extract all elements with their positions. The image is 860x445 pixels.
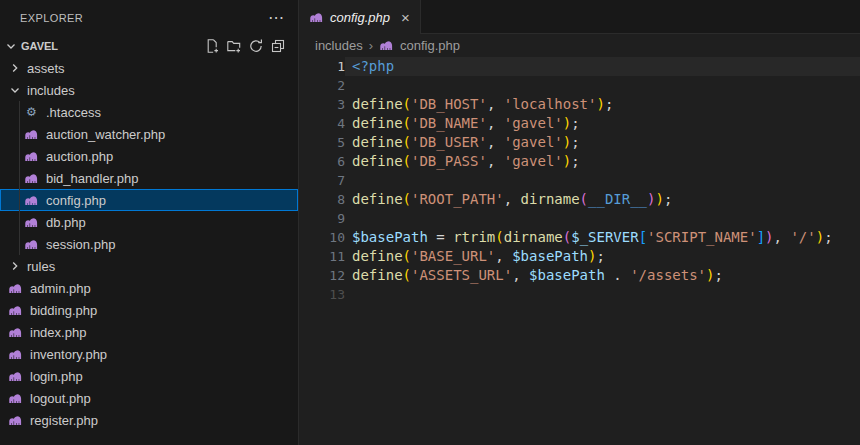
code-line-10[interactable]: 10$basePath = rtrim(dirname($_SERVER['SC…: [299, 228, 860, 247]
item-label: register.php: [30, 413, 98, 428]
breadcrumb-item-file[interactable]: config.php: [400, 38, 460, 53]
file-item-bid_handler.php[interactable]: bid_handler.php: [0, 167, 298, 189]
php-icon: [7, 281, 24, 295]
item-label: login.php: [30, 369, 83, 384]
file-item-db.php[interactable]: db.php: [0, 211, 298, 233]
code-line-8[interactable]: 8define('ROOT_PATH', dirname(__DIR__));: [299, 190, 860, 209]
line-number: 12: [299, 266, 345, 285]
item-label: includes: [27, 83, 75, 98]
folder-item-includes[interactable]: includes: [0, 79, 298, 101]
code-text: define('DB_HOST', 'localhost');: [345, 95, 860, 114]
php-icon: [309, 12, 324, 23]
file-item-index.php[interactable]: index.php: [0, 321, 298, 343]
gear-icon: ⚙: [23, 105, 40, 119]
item-label: index.php: [30, 325, 86, 340]
new-folder-icon[interactable]: [226, 38, 242, 54]
file-item-login.php[interactable]: login.php: [0, 365, 298, 387]
editor-group: config.php × includes › config.php 1<?ph…: [299, 0, 860, 445]
tab-label: config.php: [330, 10, 390, 25]
code-text: $basePath = rtrim(dirname($_SERVER['SCRI…: [345, 228, 860, 247]
file-item-config.php[interactable]: config.php: [0, 189, 298, 211]
code-text: define('DB_PASS', 'gavel');: [345, 152, 860, 171]
line-number: 10: [299, 228, 345, 247]
code-editor[interactable]: 1<?php23define('DB_HOST', 'localhost');4…: [299, 57, 860, 445]
code-line-12[interactable]: 12define('ASSETS_URL', $basePath . '/ass…: [299, 266, 860, 285]
item-label: db.php: [46, 215, 86, 230]
project-section-header[interactable]: GAVEL: [0, 35, 298, 57]
line-number: 8: [299, 190, 345, 209]
php-icon: [7, 391, 24, 405]
item-label: inventory.php: [30, 347, 107, 362]
vscode-window: EXPLORER ⋯ GAVEL assetsincludes⚙.htacces…: [0, 0, 860, 445]
file-item-inventory.php[interactable]: inventory.php: [0, 343, 298, 365]
code-line-3[interactable]: 3define('DB_HOST', 'localhost');: [299, 95, 860, 114]
php-icon: [23, 127, 40, 141]
item-label: bid_handler.php: [46, 171, 139, 186]
file-item-register.php[interactable]: register.php: [0, 409, 298, 431]
code-line-5[interactable]: 5define('DB_USER', 'gavel');: [299, 133, 860, 152]
close-icon[interactable]: ×: [396, 10, 410, 25]
line-number: 9: [299, 209, 345, 228]
item-label: admin.php: [30, 281, 91, 296]
item-label: assets: [27, 61, 65, 76]
file-item-session.php[interactable]: session.php: [0, 233, 298, 255]
code-text: define('DB_USER', 'gavel');: [345, 133, 860, 152]
line-number: 2: [299, 76, 345, 95]
code-text: [345, 171, 860, 190]
tab-bar: config.php ×: [299, 0, 860, 34]
new-file-icon[interactable]: [204, 38, 220, 54]
php-icon: [379, 40, 394, 51]
php-icon: [7, 303, 24, 317]
line-number: 11: [299, 247, 345, 266]
folder-item-assets[interactable]: assets: [0, 57, 298, 79]
file-item-auction.php[interactable]: auction.php: [0, 145, 298, 167]
refresh-icon[interactable]: [248, 38, 264, 54]
item-label: .htaccess: [46, 105, 101, 120]
code-text: [345, 285, 860, 304]
code-text: define('ASSETS_URL', $basePath . '/asset…: [345, 266, 860, 285]
code-text: define('DB_NAME', 'gavel');: [345, 114, 860, 133]
code-text: [345, 209, 860, 228]
breadcrumb: includes › config.php: [299, 34, 860, 57]
breadcrumb-item-folder[interactable]: includes: [315, 38, 363, 53]
file-item-auction_watcher.php[interactable]: auction_watcher.php: [0, 123, 298, 145]
code-line-9[interactable]: 9: [299, 209, 860, 228]
file-item-admin.php[interactable]: admin.php: [0, 277, 298, 299]
folder-item-rules[interactable]: rules: [0, 255, 298, 277]
line-number: 1: [299, 57, 345, 76]
code-line-13[interactable]: 13: [299, 285, 860, 304]
code-text: <?php: [345, 57, 860, 76]
explorer-title: EXPLORER: [20, 12, 83, 24]
chevron-right-icon: [7, 258, 23, 274]
more-actions-icon[interactable]: ⋯: [268, 10, 284, 26]
tab-config-php[interactable]: config.php ×: [299, 0, 421, 34]
code-line-2[interactable]: 2: [299, 76, 860, 95]
item-label: auction.php: [46, 149, 113, 164]
code-line-4[interactable]: 4define('DB_NAME', 'gavel');: [299, 114, 860, 133]
code-line-11[interactable]: 11define('BASE_URL', $basePath);: [299, 247, 860, 266]
line-number: 3: [299, 95, 345, 114]
file-item-logout.php[interactable]: logout.php: [0, 387, 298, 409]
collapse-all-icon[interactable]: [270, 38, 286, 54]
line-number: 7: [299, 171, 345, 190]
explorer-sidebar: EXPLORER ⋯ GAVEL assetsincludes⚙.htacces…: [0, 0, 299, 445]
line-number: 13: [299, 285, 345, 304]
code-line-7[interactable]: 7: [299, 171, 860, 190]
code-line-1[interactable]: 1<?php: [299, 57, 860, 76]
item-label: bidding.php: [30, 303, 97, 318]
line-number: 4: [299, 114, 345, 133]
item-label: rules: [27, 259, 55, 274]
code-text: define('ROOT_PATH', dirname(__DIR__));: [345, 190, 860, 209]
line-number: 5: [299, 133, 345, 152]
chevron-down-icon: [3, 38, 19, 54]
item-label: config.php: [46, 193, 106, 208]
php-icon: [23, 237, 40, 251]
file-tree: assetsincludes⚙.htaccessauction_watcher.…: [0, 57, 298, 445]
file-item-bidding.php[interactable]: bidding.php: [0, 299, 298, 321]
code-line-6[interactable]: 6define('DB_PASS', 'gavel');: [299, 152, 860, 171]
item-label: session.php: [46, 237, 115, 252]
php-icon: [7, 347, 24, 361]
php-icon: [23, 193, 40, 207]
php-icon: [7, 413, 24, 427]
file-item-.htaccess[interactable]: ⚙.htaccess: [0, 101, 298, 123]
